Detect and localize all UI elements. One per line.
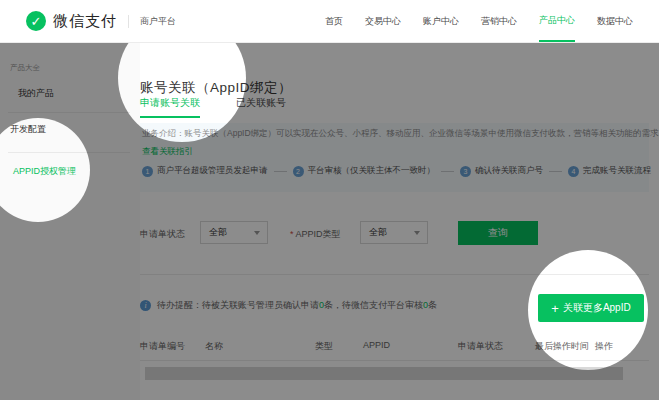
sidebar-item-dev-config[interactable]: 开发配置 bbox=[10, 123, 46, 136]
header-divider bbox=[128, 15, 129, 28]
sidebar-section-title: 产品大全 bbox=[10, 63, 40, 73]
step-separator bbox=[274, 171, 287, 172]
appid-type-label-text: APPID类型 bbox=[296, 229, 341, 239]
step-2-number-icon: 2 bbox=[293, 166, 304, 177]
step-4-label: 完成账号关联流程 bbox=[583, 165, 651, 177]
tab-apply-account-association[interactable]: 申请账号关联 bbox=[140, 96, 200, 118]
chevron-down-icon bbox=[254, 231, 260, 235]
intro-steps-panel: 业务介绍：账号关联（AppID绑定）可以实现在公众号、小程序、移动应用、企业微信… bbox=[140, 123, 649, 192]
query-button[interactable]: 查询 bbox=[458, 221, 538, 245]
required-mark: * bbox=[290, 229, 294, 239]
logo-text: 微信支付 bbox=[53, 12, 117, 31]
process-steps: 1 商户平台超级管理员发起申请 2 平台审核（仅关联主体不一致时） 3 确认待关… bbox=[142, 165, 647, 177]
nav-home[interactable]: 首页 bbox=[325, 0, 343, 42]
step-separator bbox=[441, 171, 454, 172]
nav-product-center[interactable]: 产品中心 bbox=[539, 0, 575, 42]
sidebar-divider bbox=[8, 152, 130, 153]
tab-bar: 申请账号关联 已关联账号 bbox=[140, 96, 286, 118]
sidebar: 产品大全 我的产品 开发配置 APPID授权管理 bbox=[0, 43, 140, 400]
associate-more-appid-button[interactable]: + 关联更多AppID bbox=[538, 294, 644, 322]
sidebar-item-appid-auth-management[interactable]: APPID授权管理 bbox=[13, 165, 76, 178]
main-content: 账号关联（AppID绑定） 申请账号关联 已关联账号 业务介绍：账号关联（App… bbox=[140, 43, 659, 400]
step-separator bbox=[549, 171, 562, 172]
table-header-operation: 操作 bbox=[595, 340, 613, 353]
sidebar-item-my-products[interactable]: 我的产品 bbox=[18, 87, 54, 100]
info-icon: i bbox=[140, 300, 151, 311]
sidebar-divider bbox=[8, 112, 130, 113]
appid-type-select-value: 全部 bbox=[369, 227, 387, 237]
filter-bar: 申请单状态 全部 *APPID类型 全部 查询 bbox=[140, 221, 649, 247]
step-1: 1 商户平台超级管理员发起申请 bbox=[142, 165, 268, 177]
step-3-label: 确认待关联商户号 bbox=[475, 165, 543, 177]
appid-type-select[interactable]: 全部 bbox=[360, 221, 428, 244]
appid-type-filter-label: *APPID类型 bbox=[290, 228, 341, 241]
nav-marketing-center[interactable]: 营销中心 bbox=[481, 0, 517, 42]
empty-table-row-stripe bbox=[145, 367, 623, 380]
step-4-number-icon: 4 bbox=[568, 166, 579, 177]
todo-notice: i 待办提醒：待被关联账号管理员确认申请0条，待微信支付平台审核0条 bbox=[140, 299, 437, 312]
step-1-label: 商户平台超级管理员发起申请 bbox=[157, 165, 268, 177]
nav-account-center[interactable]: 账户中心 bbox=[423, 0, 459, 42]
plus-icon: + bbox=[551, 302, 559, 315]
status-filter-label: 申请单状态 bbox=[140, 228, 185, 241]
step-3-number-icon: 3 bbox=[460, 166, 471, 177]
page-title: 账号关联（AppID绑定） bbox=[140, 79, 292, 97]
nav-trade-center[interactable]: 交易中心 bbox=[365, 0, 401, 42]
nav-data-center[interactable]: 数据中心 bbox=[597, 0, 633, 42]
table-header-appid: APPID bbox=[363, 340, 390, 350]
tab-associated-accounts[interactable]: 已关联账号 bbox=[236, 96, 286, 118]
section-divider bbox=[140, 274, 649, 275]
step-3: 3 确认待关联商户号 bbox=[460, 165, 543, 177]
step-4: 4 完成账号关联流程 bbox=[568, 165, 651, 177]
business-intro-text: 业务介绍：账号关联（AppID绑定）可以实现在公众号、小程序、移动应用、企业微信… bbox=[142, 128, 647, 140]
wechat-pay-logo[interactable]: ✓ 微信支付 bbox=[26, 11, 117, 31]
top-nav: 首页 交易中心 账户中心 营销中心 产品中心 数据中心 bbox=[325, 0, 633, 42]
associate-more-appid-label: 关联更多AppID bbox=[563, 301, 631, 315]
todo-notice-text: 待办提醒：待被关联账号管理员确认申请0条，待微信支付平台审核0条 bbox=[157, 299, 437, 312]
table-divider bbox=[140, 360, 649, 361]
step-2: 2 平台审核（仅关联主体不一致时） bbox=[293, 165, 436, 177]
wechat-pay-merchant-platform: ✓ 微信支付 商户平台 首页 交易中心 账户中心 营销中心 产品中心 数据中心 … bbox=[0, 0, 659, 400]
table-header-name: 名称 bbox=[205, 340, 223, 353]
table-header-last-operation-time: 最后操作时间 bbox=[535, 340, 589, 353]
table-header-application-no: 申请单编号 bbox=[140, 340, 185, 353]
status-select-value: 全部 bbox=[209, 227, 227, 237]
status-select[interactable]: 全部 bbox=[200, 221, 268, 244]
step-1-number-icon: 1 bbox=[142, 166, 153, 177]
step-2-label: 平台审核（仅关联主体不一致时） bbox=[308, 165, 436, 177]
table-header-status: 申请单状态 bbox=[458, 340, 503, 353]
association-guide-link[interactable]: 查看关联指引 bbox=[142, 146, 193, 158]
table-header-type: 类型 bbox=[315, 340, 333, 353]
portal-label: 商户平台 bbox=[140, 15, 176, 28]
chevron-down-icon bbox=[414, 231, 420, 235]
wechat-pay-check-icon: ✓ bbox=[26, 11, 46, 31]
top-header: ✓ 微信支付 商户平台 首页 交易中心 账户中心 营销中心 产品中心 数据中心 bbox=[0, 0, 659, 43]
